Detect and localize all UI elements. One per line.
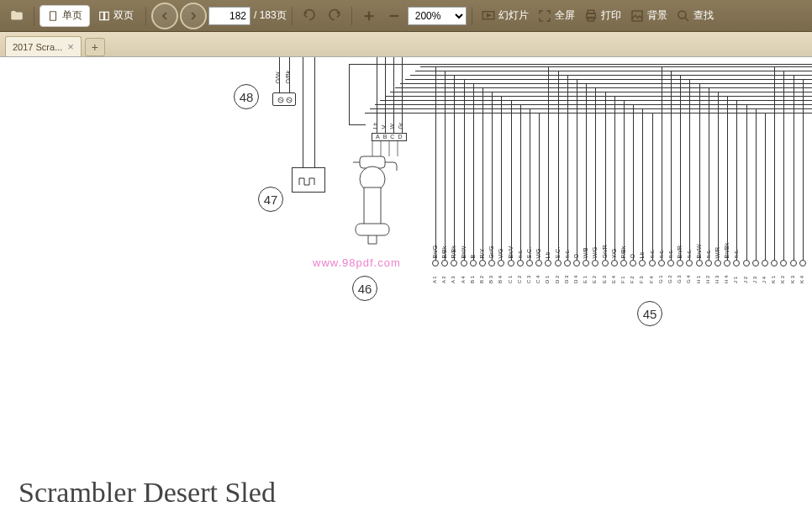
double-page-icon xyxy=(98,10,110,22)
bus-pin-id: H 1 xyxy=(696,276,701,283)
add-tab-button[interactable]: + xyxy=(85,38,105,56)
slideshow-button[interactable]: 幻灯片 xyxy=(477,4,532,28)
bus-pin xyxy=(611,260,618,267)
bus-pin-label: Lb xyxy=(639,252,645,259)
wire xyxy=(393,57,394,133)
bus-wire xyxy=(473,83,474,261)
fullscreen-button[interactable]: 全屏 xyxy=(534,4,578,28)
bus-wire xyxy=(756,108,757,261)
bus-pin xyxy=(686,260,693,267)
bus-pin xyxy=(696,260,703,267)
bus-pin-label: Gn/R xyxy=(601,245,607,258)
bus-wire xyxy=(577,79,577,261)
next-page-button[interactable] xyxy=(180,3,207,29)
open-file-button[interactable] xyxy=(5,4,29,28)
component-48 xyxy=(272,92,296,106)
bus-pin-id: J 4 xyxy=(762,277,767,283)
bus-pin-id: B 1 xyxy=(470,276,475,283)
bus-pin-label: P/Bk xyxy=(620,246,626,259)
print-label: 打印 xyxy=(601,8,621,23)
undo-button[interactable] xyxy=(298,4,321,28)
bus-pin-label: Bn/Bk xyxy=(724,243,730,259)
bus-pin xyxy=(733,260,740,267)
bus-wire xyxy=(614,96,615,261)
document-canvas[interactable]: 48 47 46 45 www.98pdf.com Scrambler Dese… xyxy=(0,57,812,512)
bus-wire xyxy=(539,113,540,261)
plus-icon xyxy=(361,8,377,24)
wire xyxy=(314,57,315,167)
bus-pin xyxy=(677,260,683,267)
bus-wire xyxy=(662,66,662,261)
zoom-select[interactable]: 200% xyxy=(408,7,467,25)
wire xyxy=(385,57,386,133)
bus-pin-label: Y/G xyxy=(610,248,616,258)
bus-wire xyxy=(520,104,521,261)
bus-pin xyxy=(630,260,636,267)
bus-pin xyxy=(705,260,712,267)
bus-pin xyxy=(470,260,477,267)
bus-pin-id: K 3 xyxy=(790,276,795,283)
zoom-out-button[interactable] xyxy=(382,4,406,28)
bus-wire xyxy=(671,71,672,261)
bus-pin-label: n.c. xyxy=(686,249,692,258)
bus-pin-label: Gr/G xyxy=(488,245,494,258)
zoom-in-button[interactable] xyxy=(357,4,381,28)
bus-pin xyxy=(714,260,721,267)
bus-pin xyxy=(620,260,627,267)
bus-pin xyxy=(517,260,524,267)
bus-pin-label: V/G xyxy=(498,248,504,258)
bus-pin-id: B 2 xyxy=(479,276,484,283)
callout-47: 47 xyxy=(258,187,283,212)
bus-wire xyxy=(595,87,596,261)
svg-rect-0 xyxy=(50,11,56,20)
wiring-diagram: 48 47 46 45 www.98pdf.com Scrambler Dese… xyxy=(0,57,812,512)
page-icon xyxy=(47,10,59,22)
bus-pin-label: n.c. xyxy=(516,249,522,258)
bus-pin xyxy=(602,260,609,267)
bus-pin xyxy=(752,260,759,267)
bus-pin-label: n.c. xyxy=(704,249,710,258)
bus-wire xyxy=(652,113,653,261)
bus-pin-id: K 4 xyxy=(799,276,804,283)
svg-rect-13 xyxy=(364,187,381,225)
bus-pin-label: n.c. xyxy=(648,249,654,258)
bus-wire xyxy=(765,113,766,261)
close-tab-button[interactable]: × xyxy=(67,40,74,53)
bus-wire xyxy=(727,96,728,261)
bus-pin-label: V/G xyxy=(535,248,541,258)
bus-wire xyxy=(445,71,446,261)
redo-button[interactable] xyxy=(323,4,346,28)
bus-pin xyxy=(667,260,674,267)
callout-45: 45 xyxy=(637,301,662,326)
print-button[interactable]: 打印 xyxy=(580,4,625,28)
bus-wire xyxy=(586,83,587,261)
double-page-button[interactable]: 双页 xyxy=(92,5,140,27)
prev-page-button[interactable] xyxy=(151,3,178,29)
single-page-button[interactable]: 单页 xyxy=(40,5,90,27)
bus-pin xyxy=(780,260,787,267)
bus-pin-id: F 1 xyxy=(620,276,625,283)
component-46-body xyxy=(343,141,402,246)
bus-pin-label: W/G xyxy=(592,247,598,259)
callout-48: 48 xyxy=(234,84,259,109)
bus-wire xyxy=(530,108,530,261)
pin-label: O/Bk xyxy=(285,71,291,84)
bus-pin-id: J 3 xyxy=(752,277,757,283)
separator xyxy=(472,7,472,25)
bus-pin-id: G 2 xyxy=(667,275,672,283)
find-button[interactable]: 查找 xyxy=(672,4,717,28)
bus-pin xyxy=(639,260,646,267)
bus-pin-label: Bn/G xyxy=(432,245,438,259)
page-number-input[interactable] xyxy=(208,7,250,25)
bus-wire xyxy=(803,79,804,261)
background-button[interactable]: 背景 xyxy=(626,4,671,28)
document-tab[interactable]: 2017 Scra... × xyxy=(5,36,82,56)
bus-pin-id: E 4 xyxy=(611,276,616,283)
svg-rect-6 xyxy=(588,17,594,21)
svg-rect-7 xyxy=(632,11,642,21)
bus-wire xyxy=(349,64,350,124)
bus-wire xyxy=(736,100,737,261)
bus-pin-label: n.c. xyxy=(667,249,673,258)
bus-pin-id: K 2 xyxy=(780,276,785,283)
fullscreen-label: 全屏 xyxy=(555,8,575,23)
